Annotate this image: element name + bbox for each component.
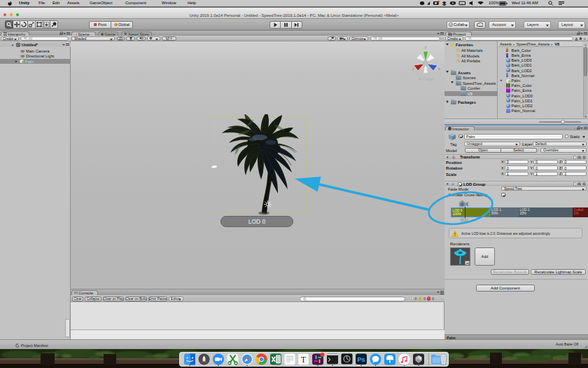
svg-text:◄ Persp: ◄ Persp	[417, 77, 434, 81]
svg-text:y: y	[425, 45, 427, 49]
svg-text:Ps: Ps	[357, 356, 365, 363]
svg-text:x: x	[412, 67, 414, 71]
svg-text:T: T	[301, 355, 307, 364]
svg-text:z: z	[438, 67, 440, 71]
